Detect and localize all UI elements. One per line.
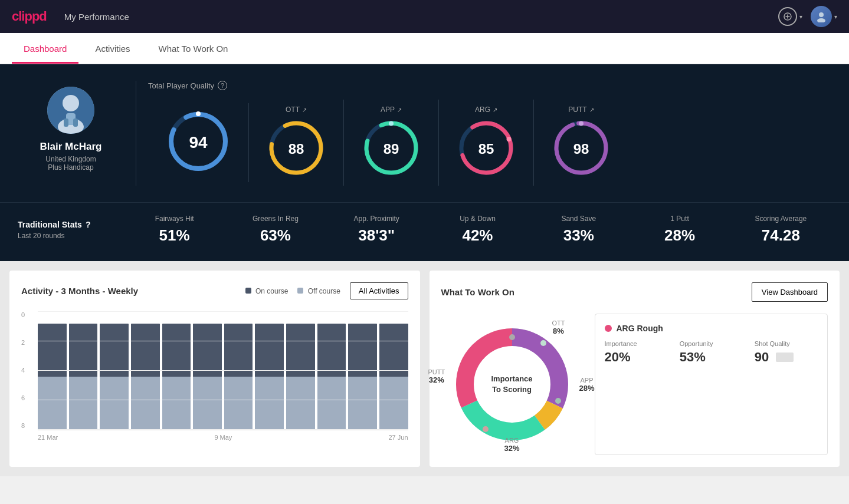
tab-bar: Dashboard Activities What To Work On [0,33,849,64]
stat-greens-in-reg-value: 63% [225,226,326,245]
bar-light-7 [255,377,284,430]
bar-light-9 [317,377,346,430]
chart-grid: 8 6 4 2 0 [21,311,408,430]
wtwo-detail-card: ARG Rough Importance 20% Opportunity 53%… [595,314,828,455]
divider [136,81,136,186]
ott-value: 88 [289,141,304,157]
wtwo-metric-shot-quality-label: Shot Quality [755,340,818,347]
trad-stats-label: Traditional Stats ? Last 20 rounds [18,220,124,240]
circle-tpq-wrapper: 94 [166,109,231,176]
donut-area: Importance To Scoring OTT 8% APP 28% [441,314,828,455]
svg-point-13 [196,111,201,116]
svg-point-32 [555,398,561,404]
stat-sand-save-value: 33% [528,226,629,245]
quality-circles: 94 OTT ↗ 88 [148,100,831,186]
trad-info-icon[interactable]: ? [86,220,91,229]
bar-dark-8 [286,324,315,377]
donut-label-ott: OTT 8% [552,319,565,335]
bar-dark-11 [379,324,408,377]
bar-group-4 [162,324,191,430]
all-activities-button[interactable]: All Activities [350,282,408,299]
stat-scoring-avg-label: Scoring Average [730,215,831,223]
svg-point-6 [63,95,79,111]
arg-label: ARG ↗ [475,106,497,114]
user-menu[interactable]: ▾ [811,6,837,27]
bar-light-4 [162,377,191,430]
stat-up-down-label: Up & Down [427,215,528,223]
wtwo-metric-shot-quality: Shot Quality 90 [755,340,818,365]
legend-off-course: Off course [297,287,340,295]
wtwo-card-header: ARG Rough [605,324,818,333]
wtwo-metric-opportunity-value: 53% [680,350,743,365]
wtwo-panel-title: What To Work On [441,287,514,297]
wtwo-card-dot [605,325,612,332]
bar-group-1 [69,324,98,430]
stat-fairways-hit-label: Fairways Hit [124,215,225,223]
legend-on-course-dot [245,288,251,294]
x-label-1: 21 Mar [38,434,58,441]
bar-group-9 [317,324,346,430]
stat-1-putt: 1 Putt 28% [629,215,730,245]
donut-chart-container: Importance To Scoring OTT 8% APP 28% [441,314,583,455]
wtwo-metric-importance: Importance 20% [605,340,668,365]
bar-group-3 [131,324,160,430]
svg-point-24 [579,121,584,126]
donut-label-arg: ARG 32% [504,437,519,453]
bar-dark-1 [69,324,98,377]
trad-stats-title: Traditional Stats ? [18,220,124,229]
svg-point-33 [483,426,489,432]
stat-scoring-avg: Scoring Average 74.28 [730,215,831,245]
svg-point-18 [389,121,394,126]
player-country: United Kingdom [45,155,96,163]
add-icon[interactable] [778,7,797,26]
wtwo-metric-importance-value: 20% [605,350,668,365]
bar-group-8 [286,324,315,430]
shot-quality-bar [776,353,794,362]
chart-controls: On course Off course All Activities [245,282,408,299]
wtwo-metrics: Importance 20% Opportunity 53% Shot Qual… [605,340,818,365]
bar-dark-7 [255,324,284,377]
app-value: 89 [383,141,399,157]
wtwo-metric-importance-label: Importance [605,340,668,347]
bar-group-2 [100,324,129,430]
what-to-work-on-panel: What To Work On View Dashboard [430,271,840,467]
hero-section: Blair McHarg United Kingdom Plus Handica… [0,64,849,202]
avatar[interactable] [811,6,832,27]
circle-app-wrapper: 89 [362,118,421,180]
bar-light-5 [193,377,222,430]
svg-point-21 [507,137,512,141]
putt-value: 98 [573,141,589,157]
legend-off-course-dot [297,288,303,294]
tab-dashboard[interactable]: Dashboard [12,33,78,64]
x-label-3: 27 Jun [388,434,408,441]
add-button-area[interactable]: ▾ [778,7,802,26]
stat-up-down: Up & Down 42% [427,215,528,245]
info-icon[interactable]: ? [218,81,227,90]
activity-chart-panel: Activity - 3 Months - Weekly On course O… [9,271,420,467]
chart-area: 8 6 4 2 0 21 Mar [21,311,408,441]
bar-dark-2 [100,324,129,377]
stat-sand-save: Sand Save 33% [528,215,629,245]
bar-dark-9 [317,324,346,377]
nav-actions: ▾ ▾ [778,6,837,27]
bottom-panels: Activity - 3 Months - Weekly On course O… [0,261,849,476]
app-label: APP ↗ [381,106,402,114]
arg-value: 85 [478,141,494,157]
profile-section: Blair McHarg United Kingdom Plus Handica… [18,81,124,172]
quality-section: Total Player Quality ? 94 [148,81,831,186]
tab-activities[interactable]: Activities [83,33,142,64]
tab-what-to-work-on[interactable]: What To Work On [147,33,240,64]
chart-legend: On course Off course [245,287,340,295]
bar-group-0 [38,324,67,430]
top-nav: clippd My Performance ▾ ▾ [0,0,849,33]
bar-light-0 [38,377,67,430]
donut-label-app: APP 28% [579,377,594,393]
bar-dark-6 [224,324,253,377]
svg-point-4 [817,18,825,22]
view-dashboard-button[interactable]: View Dashboard [752,282,828,302]
bar-group-5 [193,324,222,430]
player-name: Blair McHarg [40,141,102,153]
circle-ott-wrapper: 88 [267,118,326,180]
stat-scoring-avg-value: 74.28 [730,226,831,245]
bar-dark-0 [38,324,67,377]
